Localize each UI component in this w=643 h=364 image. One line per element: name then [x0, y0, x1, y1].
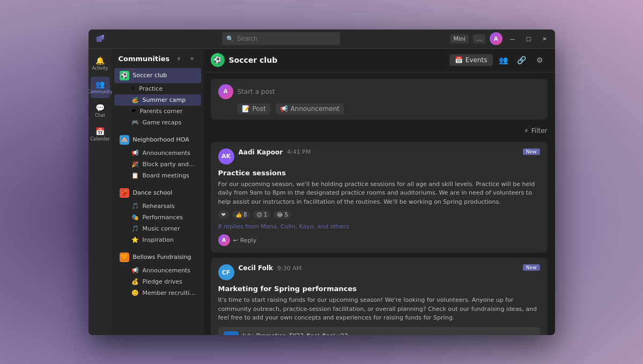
maximize-button[interactable]: □	[523, 33, 535, 44]
new-badge-2: New	[523, 264, 540, 271]
practice-name: Practice	[139, 85, 162, 92]
communities-sidebar: Communities ⚡ ＋ ⚽ Soccer club ⚡ Practice…	[112, 49, 203, 335]
inspiration-icon: ⭐	[131, 236, 139, 243]
reply-row-1: A ↩ Reply	[218, 234, 540, 246]
nav-item-community[interactable]: 👥 Community	[91, 77, 110, 98]
author-avatar-1: AK	[218, 148, 234, 165]
dots-label: ...	[476, 35, 482, 42]
sub-item-recruiting[interactable]: 🙂 Member recruiting	[114, 287, 201, 299]
board-name: Board meetings	[143, 172, 189, 179]
announcement-icon: 📢	[280, 105, 288, 113]
nav-item-activity[interactable]: 🔔 Activity	[91, 53, 110, 75]
post-author-info-1: Aadi Kapoor 4:41 PM	[239, 148, 519, 156]
settings-button[interactable]: ⚙️	[533, 53, 548, 68]
post-body-2: It's time to start raising funds for our…	[218, 296, 540, 323]
post-button[interactable]: 📝 Post	[238, 103, 270, 114]
performances-icon: 🎭	[131, 214, 139, 221]
post-icon: 📝	[242, 105, 250, 113]
recaps-name: Game recaps	[143, 119, 182, 126]
filter-icon[interactable]: ⚡	[174, 54, 184, 64]
channel-name: Soccer club	[229, 56, 278, 64]
app-window: 🔍 Mini ... A — □ ✕ 🔔 Activity 👥	[88, 29, 555, 335]
sub-item-board[interactable]: 📋 Board meetings	[114, 170, 201, 181]
more-button[interactable]: ...	[473, 34, 485, 43]
author-name-1: Aadi Kapoor	[239, 148, 283, 156]
announcement-button[interactable]: 📢 Announcement	[276, 103, 344, 114]
community-item-bellows[interactable]: 🧡 Bellows Fundraising	[114, 250, 201, 265]
nav-item-calendar[interactable]: 📅 Calendar	[91, 124, 110, 145]
reaction-laugh-1[interactable]: 😂 5	[274, 211, 291, 219]
minimize-button[interactable]: —	[507, 33, 519, 44]
reactions-1: ❤️ 👍 8 😊 1 😂 5	[218, 211, 540, 219]
events-button[interactable]: 📅 Events	[449, 54, 493, 66]
channel-header-actions: 📅 Events 👥 🔗 ⚙️	[449, 53, 548, 68]
left-nav: 🔔 Activity 👥 Community 💬 Chat 📅 Calendar	[88, 49, 112, 335]
block-party-name: Block party and events	[143, 161, 196, 168]
summer-camp-name: Summer camp	[143, 96, 186, 103]
search-box[interactable]: 🔍	[222, 32, 340, 45]
close-button[interactable]: ✕	[539, 33, 551, 44]
mini-button[interactable]: Mini	[450, 34, 469, 43]
community-item-hoa[interactable]: 🏘️ Neighborhood HOA	[114, 132, 201, 147]
share-button[interactable]: 🔗	[514, 53, 529, 68]
reaction-smile-1[interactable]: 😊 1	[253, 211, 270, 219]
bellows-icon: 🧡	[120, 252, 129, 262]
people-button[interactable]: 👥	[496, 53, 511, 68]
sub-item-performances[interactable]: 🎭 Performances	[114, 212, 201, 223]
new-post-actions: 📝 Post 📢 Announcement	[218, 103, 540, 114]
community-item-dance[interactable]: 💃 Dance school	[114, 185, 201, 200]
search-input[interactable]	[237, 35, 336, 42]
soccer-name: Soccer club	[133, 72, 167, 79]
community-group-soccer: ⚽ Soccer club ⚡ Practice 🏕️ Summer camp …	[112, 68, 203, 132]
user-avatar[interactable]: A	[490, 32, 502, 45]
add-community-button[interactable]: ＋	[187, 54, 197, 64]
sub-item-pledge[interactable]: 💰 Pledge drives	[114, 276, 201, 287]
filter-button[interactable]: ⚡ Filter	[524, 127, 547, 135]
music-icon: 🎵	[131, 225, 139, 232]
content-area: ⚽ Soccer club 📅 Events 👥 🔗 ⚙️ A	[203, 49, 555, 335]
rehearsals-name: Rehearsals	[143, 203, 175, 210]
post-author-info-2: Cecil Folk 9:30 AM	[239, 264, 519, 272]
sub-item-rehearsals[interactable]: 🎵 Rehearsals	[114, 200, 201, 212]
attachment-more-2[interactable]: ···	[527, 335, 534, 335]
post-body-1: For our upcoming season, we'll be holdin…	[218, 180, 540, 207]
reply-button-1[interactable]: ↩ Reply	[233, 237, 257, 244]
activity-label: Activity	[92, 66, 108, 71]
post-time-1: 4:41 PM	[287, 148, 311, 155]
sub-item-block-party[interactable]: 🎉 Block party and events	[114, 159, 201, 170]
replies-link-1[interactable]: 8 replies from Mona, Colin, Kayo, and ot…	[218, 223, 540, 230]
post-header-2: CF Cecil Folk 9:30 AM New	[218, 264, 540, 280]
summer-camp-icon: 🏕️	[131, 96, 139, 103]
mini-label: Mini	[453, 35, 465, 42]
sub-item-recaps[interactable]: 🎮 Game recaps	[114, 117, 201, 128]
attachment-icon-2: W	[224, 331, 239, 335]
sub-item-summer-camp[interactable]: 🏕️ Summer camp	[114, 94, 201, 106]
nav-item-chat[interactable]: 💬 Chat	[91, 100, 110, 122]
post-card-1: AK Aadi Kapoor 4:41 PM New Practice sess…	[211, 142, 548, 253]
community-item-soccer[interactable]: ⚽ Soccer club	[114, 68, 201, 83]
chat-label: Chat	[95, 113, 105, 118]
reaction-heart-1[interactable]: ❤️	[218, 211, 229, 219]
rehearsals-icon: 🎵	[131, 203, 139, 210]
filter-bar: ⚡ Filter	[211, 125, 548, 137]
sub-item-announcements-hoa[interactable]: 📢 Announcements	[114, 147, 201, 159]
hoa-name: Neighborhood HOA	[133, 136, 189, 143]
community-group-bellows: 🧡 Bellows Fundraising 📢 Announcements 💰 …	[112, 250, 203, 303]
community-icon: 👥	[95, 80, 105, 88]
new-post-box: A Start a post 📝 Post 📢 Announcement	[211, 79, 548, 120]
filter-label: Filter	[531, 127, 548, 135]
sidebar-title: Communities	[119, 55, 170, 63]
sub-item-music[interactable]: 🎵 Music corner	[114, 223, 201, 234]
attachment-2[interactable]: W July_Promotion_FY22_final_final.v23...…	[218, 327, 540, 335]
search-container: 🔍	[112, 32, 450, 45]
compose-avatar: A	[218, 84, 233, 99]
new-post-top[interactable]: A Start a post	[218, 84, 540, 99]
reaction-thumbs-1[interactable]: 👍 8	[232, 211, 250, 219]
dance-icon: 💃	[120, 188, 129, 198]
sub-item-inspiration[interactable]: ⭐ Inspiration	[114, 234, 201, 246]
reply-label-1: Reply	[240, 237, 256, 244]
attachment-name-2: July_Promotion_FY22_final_final.v23...	[243, 332, 523, 335]
sub-item-parents[interactable]: ❤️ Parents corner	[114, 106, 201, 117]
sub-item-practice[interactable]: ⚡ Practice	[114, 83, 201, 94]
sub-item-announcements-bel[interactable]: 📢 Announcements	[114, 265, 201, 276]
